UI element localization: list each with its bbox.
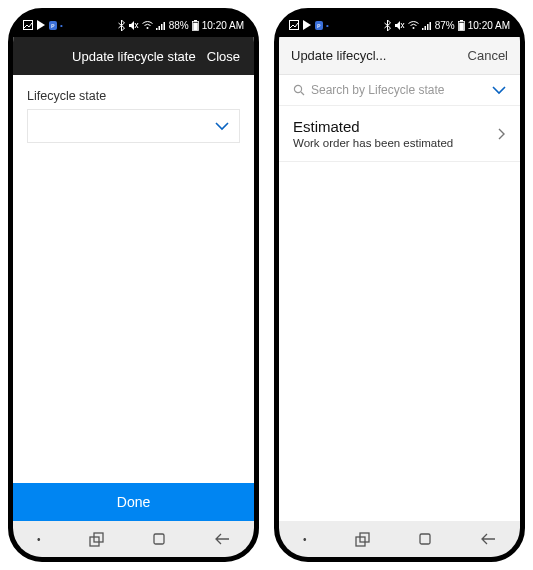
back-icon[interactable]: [214, 532, 230, 546]
gallery-icon: [23, 20, 33, 30]
svg-rect-11: [193, 22, 198, 29]
app-header: Update lifecycl... Cancel: [279, 37, 520, 75]
dot-icon: •: [326, 21, 329, 30]
page-title: Update lifecycle state: [61, 49, 207, 64]
svg-marker-1: [37, 20, 45, 30]
chevron-down-icon[interactable]: [492, 86, 506, 95]
item-text-block: Estimated Work order has been estimated: [293, 118, 498, 149]
form-content: Lifecycle state: [13, 75, 254, 483]
battery-icon: [458, 20, 465, 31]
signal-icon: [422, 21, 432, 30]
lifecycle-state-dropdown[interactable]: [27, 109, 240, 143]
svg-rect-31: [420, 534, 430, 544]
search-icon: [293, 84, 305, 96]
battery-percent: 88%: [169, 20, 189, 31]
wifi-icon: [142, 21, 153, 30]
status-right-icons: 88% 10:20 AM: [118, 20, 244, 31]
dot-icon: •: [37, 534, 41, 545]
svg-rect-6: [158, 26, 160, 30]
dot-icon: •: [303, 534, 307, 545]
svg-rect-15: [290, 21, 299, 30]
search-row[interactable]: [279, 75, 520, 106]
mute-icon: [394, 20, 405, 31]
pro-badge-icon: ᴘ: [49, 21, 57, 30]
screen-right: Update lifecycl... Cancel Estimated Work…: [279, 37, 520, 521]
svg-rect-23: [429, 22, 431, 30]
nav-bar: •: [279, 521, 520, 557]
svg-rect-21: [424, 26, 426, 30]
svg-rect-7: [161, 24, 163, 30]
wifi-icon: [408, 21, 419, 30]
chevron-down-icon: [215, 122, 229, 131]
svg-line-28: [301, 92, 304, 95]
chevron-right-icon: [498, 128, 506, 140]
status-left-icons: ᴘ •: [289, 20, 329, 30]
item-title: Estimated: [293, 118, 498, 135]
home-icon[interactable]: [418, 532, 432, 546]
lifecycle-item-estimated[interactable]: Estimated Work order has been estimated: [279, 106, 520, 162]
svg-point-27: [294, 85, 301, 92]
svg-rect-26: [459, 22, 464, 29]
status-bar: ᴘ • 88% 10:20 AM: [13, 13, 254, 37]
recent-apps-icon[interactable]: [89, 532, 104, 547]
status-bar: ᴘ • 87% 10:20 AM: [279, 13, 520, 37]
page-title: Update lifecycl...: [291, 48, 468, 63]
svg-marker-16: [303, 20, 311, 30]
bluetooth-icon: [118, 20, 125, 31]
pro-badge-icon: ᴘ: [315, 21, 323, 30]
google-play-icon: [302, 20, 312, 30]
nav-bar: •: [13, 521, 254, 557]
screen-left: Update lifecycle state Close Lifecycle s…: [13, 37, 254, 521]
clock-label: 10:20 AM: [468, 20, 510, 31]
svg-rect-5: [156, 28, 158, 30]
status-right-icons: 87% 10:20 AM: [384, 20, 510, 31]
search-input[interactable]: [311, 83, 486, 97]
app-header: Update lifecycle state Close: [13, 37, 254, 75]
item-subtitle: Work order has been estimated: [293, 137, 498, 149]
recent-apps-icon[interactable]: [355, 532, 370, 547]
cancel-button[interactable]: Cancel: [468, 48, 508, 63]
close-button[interactable]: Close: [207, 49, 240, 64]
home-icon[interactable]: [152, 532, 166, 546]
svg-rect-20: [422, 28, 424, 30]
google-play-icon: [36, 20, 46, 30]
svg-point-4: [146, 27, 148, 29]
lifecycle-state-label: Lifecycle state: [27, 89, 240, 103]
mute-icon: [128, 20, 139, 31]
svg-rect-0: [24, 21, 33, 30]
battery-icon: [192, 20, 199, 31]
phone-left: ᴘ • 88% 10:20 AM Update lifecycle state …: [8, 8, 259, 562]
done-button[interactable]: Done: [13, 483, 254, 521]
blank-area: [279, 162, 520, 521]
phone-right: ᴘ • 87% 10:20 AM Update lifecycl... Canc…: [274, 8, 525, 562]
signal-icon: [156, 21, 166, 30]
status-left-icons: ᴘ •: [23, 20, 63, 30]
svg-point-19: [412, 27, 414, 29]
back-icon[interactable]: [480, 532, 496, 546]
svg-rect-14: [154, 534, 164, 544]
svg-rect-8: [163, 22, 165, 30]
bluetooth-icon: [384, 20, 391, 31]
svg-rect-22: [427, 24, 429, 30]
dot-icon: •: [60, 21, 63, 30]
battery-percent: 87%: [435, 20, 455, 31]
clock-label: 10:20 AM: [202, 20, 244, 31]
gallery-icon: [289, 20, 299, 30]
